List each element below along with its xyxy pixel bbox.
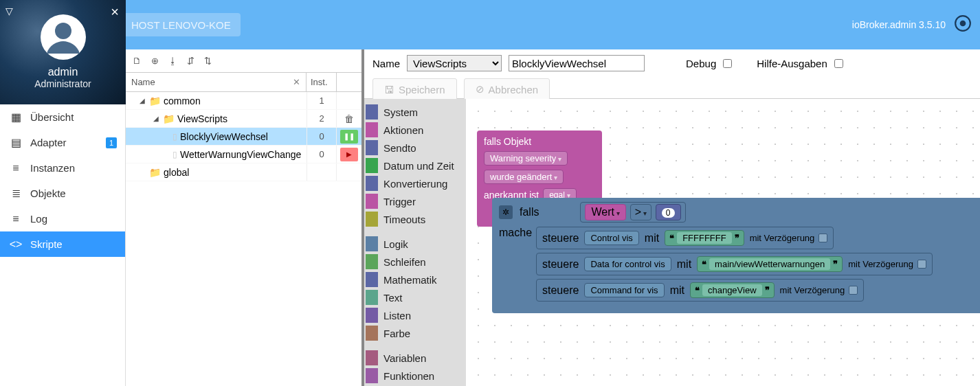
delay-checkbox[interactable] [849, 286, 858, 295]
toolbox-item[interactable]: Mathematik [364, 271, 466, 288]
nav-log[interactable]: ≡Log [0, 206, 125, 231]
nav-overview[interactable]: ▦Übersicht [0, 104, 125, 130]
trash-icon[interactable]: 🗑 [344, 113, 354, 124]
gear-icon[interactable]: ✲ [499, 205, 513, 219]
tree-row[interactable]: 📁global [126, 163, 361, 181]
folder-icon: 📁 [163, 113, 175, 124]
svg-point-5 [55, 23, 71, 39]
editor-toolbar: Name ViewScripts Debug Hilfe-Ausgaben 🖫S… [364, 49, 980, 99]
tree: ◢📁common 1 ◢📁ViewScripts 2🗑 ▯BlocklyView… [126, 92, 361, 181]
toolbox-item[interactable]: Variablen [364, 349, 466, 367]
toolbox-item[interactable]: Listen [364, 306, 466, 324]
toolbox-item[interactable]: Konvertierung [364, 174, 466, 192]
if-block[interactable]: ✲ falls Wert > 0 mache steuer [492, 198, 980, 313]
user-panel: ▽ × admin Administrator [0, 0, 126, 104]
steer-row[interactable]: steuere Data for control vis mit ❝main/v… [536, 253, 933, 275]
nav-objects[interactable]: ≣Objekte [0, 181, 125, 206]
grid-icon: ▦ [10, 111, 22, 124]
toolbox-item[interactable]: Funktionen [364, 367, 466, 385]
tree-row[interactable]: ▯WetterWarnungViewChange 0▶ [126, 146, 361, 163]
blockly-canvas[interactable]: falls Objekt Warning severity wurde geän… [466, 99, 980, 386]
folder-icon: 📁 [149, 95, 161, 106]
delay-checkbox[interactable] [917, 260, 926, 269]
debug-label: Debug [686, 58, 716, 69]
save-icon: 🖫 [384, 84, 394, 95]
nav-adapter[interactable]: ▤Adapter1 [0, 130, 125, 155]
tree-row[interactable]: ▯BlocklyViewWechsel 0❚❚ [126, 128, 361, 146]
hilfe-checkbox[interactable] [834, 59, 843, 68]
collapse-icon[interactable]: ⇵ [187, 56, 194, 66]
toolbox-item[interactable]: Timeouts [364, 210, 466, 228]
folder-icon: 📁 [149, 167, 161, 178]
nav: ▦Übersicht ▤Adapter1 ≡Instanzen ≣Objekte… [0, 104, 125, 257]
scripts-icon: <> [10, 238, 22, 251]
toolbox-item[interactable]: Logik [364, 235, 466, 253]
editor-panel: Name ViewScripts Debug Hilfe-Ausgaben 🖫S… [364, 49, 980, 386]
steer-row[interactable]: steuere Command for vis mit ❝changeView❞… [536, 279, 864, 302]
tree-header: Name✕ Inst. [126, 73, 361, 92]
tree-row[interactable]: ◢📁common 1 [126, 92, 361, 110]
logo-icon [954, 14, 972, 35]
nav-scripts[interactable]: <>Skripte [0, 231, 125, 257]
host-label: HOST LENOVO-KOE [131, 19, 231, 31]
steer-row[interactable]: steuere Control vis mit ❝FFFFFFFF❞ mit V… [536, 227, 834, 249]
user-role: Administrator [0, 78, 126, 89]
file-icon: ▯ [172, 132, 177, 141]
instances-icon: ≡ [10, 162, 22, 174]
toolbox-item[interactable]: Sendto [364, 139, 466, 157]
name-label: Name [372, 58, 400, 69]
script-tree-panel: 🗋 ⊕ ⭳ ⇵ ⇅ Name✕ Inst. ◢📁common 1 ◢📁ViewS… [126, 49, 364, 386]
script-name-input[interactable] [509, 55, 645, 71]
oid-field[interactable]: Warning severity [484, 151, 568, 166]
new-file-icon[interactable]: 🗋 [133, 56, 142, 66]
cancel-button[interactable]: ⊘Abbrechen [464, 78, 550, 100]
cancel-icon: ⊘ [476, 83, 485, 95]
expand-icon[interactable]: ⇅ [204, 56, 212, 66]
svg-point-3 [961, 21, 966, 26]
tree-row[interactable]: ◢📁ViewScripts 2🗑 [126, 110, 361, 128]
hilfe-label: Hilfe-Ausgaben [757, 58, 827, 69]
toolbox-item[interactable]: Datum und Zeit [364, 157, 466, 174]
clear-filter-icon[interactable]: ✕ [293, 77, 300, 87]
close-icon[interactable]: × [111, 4, 119, 20]
nav-instances[interactable]: ≡Instanzen [0, 155, 125, 181]
sidebar: ▽ × admin Administrator ▦Übersicht ▤Adap… [0, 49, 126, 386]
save-button[interactable]: 🖫Speichern [372, 78, 457, 100]
user-name: admin [0, 66, 126, 78]
tree-toolbar: 🗋 ⊕ ⭳ ⇵ ⇅ [126, 49, 361, 73]
toolbox-item[interactable]: Aktionen [364, 121, 466, 139]
topbar: 🔧 HOST LENOVO-KOE ioBroker.admin 3.5.10 [0, 0, 980, 49]
pause-button[interactable]: ❚❚ [340, 130, 358, 144]
log-icon: ≡ [10, 213, 22, 225]
badge: 1 [106, 137, 117, 148]
new-folder-icon[interactable]: ⊕ [151, 56, 159, 66]
folder-select[interactable]: ViewScripts [407, 55, 502, 71]
download-icon[interactable]: ⭳ [168, 56, 177, 66]
blockly-toolbox: System Aktionen Sendto Datum und Zeit Ko… [364, 99, 466, 386]
avatar-icon[interactable] [38, 12, 88, 65]
version-label: ioBroker.admin 3.5.10 [852, 19, 946, 30]
toolbox-item[interactable]: Text [364, 288, 466, 306]
delay-checkbox[interactable] [818, 234, 827, 242]
condition[interactable]: Wert > 0 [580, 202, 685, 223]
file-icon: ▯ [172, 150, 177, 159]
toolbox-item[interactable]: System [364, 103, 466, 121]
play-button[interactable]: ▶ [340, 148, 358, 161]
menu-triangle-icon[interactable]: ▽ [5, 5, 13, 16]
change-field[interactable]: wurde geändert [484, 170, 564, 184]
objects-icon: ≣ [10, 187, 22, 200]
adapter-icon: ▤ [10, 136, 22, 149]
toolbox-item[interactable]: Trigger [364, 192, 466, 210]
toolbox-item[interactable]: Schleifen [364, 253, 466, 271]
debug-checkbox[interactable] [723, 59, 732, 68]
toolbox-item[interactable]: Farbe [364, 324, 466, 342]
